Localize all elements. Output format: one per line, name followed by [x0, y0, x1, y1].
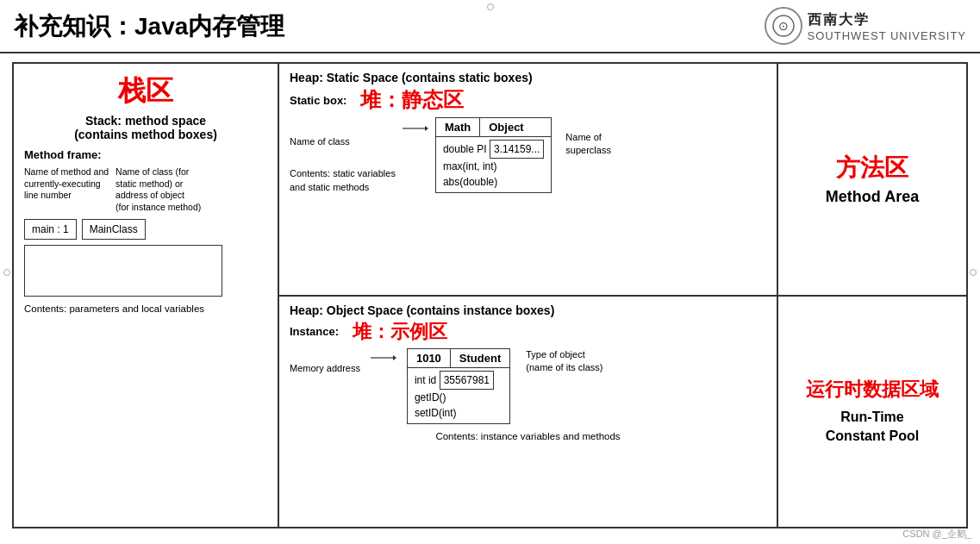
name-of-superclass-label: Name of superclass	[565, 131, 611, 158]
abs-row: abs(double)	[443, 174, 544, 190]
id-value: 35567981	[440, 371, 494, 390]
method-area-panel: 方法区 Method Area	[778, 64, 966, 297]
method-frame-label: Method frame:	[24, 148, 267, 161]
instance-box-header-row: 1010 Student	[407, 348, 510, 368]
instance-box-row: Memory address 1010 Student int id 35567…	[290, 348, 766, 424]
main-box: main : 1	[24, 219, 77, 240]
stack-cn-label: 栈区	[24, 72, 267, 110]
max-row: max(int, int)	[443, 159, 544, 174]
heap-object-panel: Heap: Object Space (contains instance bo…	[279, 297, 777, 528]
annotation1: Name of method and currently-executing l…	[24, 166, 109, 214]
right-panel: 方法区 Method Area 运行时数据区域 Run-Time Constan…	[778, 62, 968, 528]
svg-marker-5	[393, 355, 396, 360]
logo-cn-text: 西南大学	[808, 11, 966, 29]
top-dot	[487, 3, 494, 10]
instance-side-labels: Memory address	[290, 362, 360, 375]
method-boxes: main : 1 MainClass	[24, 219, 267, 240]
heap-static-panel: Heap: Static Space (contains static boxe…	[279, 64, 777, 297]
static-box-row: Name of class Contents: static variables…	[290, 117, 766, 195]
static-box-header-row: Math Object	[435, 117, 552, 137]
static-box-body: double PI 3.14159... max(int, int) abs(d…	[435, 137, 552, 193]
heap-object-cn-label: 堆：示例区	[353, 319, 447, 345]
instance-box-body: int id 35567981 getID() setID(int)	[407, 368, 510, 424]
name-of-class-arrow	[403, 117, 428, 134]
logo-en-text: SOUTHWEST UNIVERSITY	[808, 29, 966, 42]
object-cell: Object	[480, 118, 532, 136]
id-row: int id 35567981	[415, 371, 502, 390]
static-box-label: Static box:	[290, 94, 346, 107]
memory-arrow	[371, 348, 396, 364]
right-dot	[970, 269, 977, 276]
math-cell: Math	[436, 118, 480, 136]
page-title: 补充知识：Java内存管理	[14, 10, 284, 43]
pi-value: 3.14159...	[490, 140, 544, 159]
setid-row: setID(int)	[415, 405, 502, 421]
main-class-box: MainClass	[82, 219, 146, 240]
svg-marker-3	[425, 126, 428, 131]
runtime-pool-panel: 运行时数据区域 Run-Time Constant Pool	[778, 297, 966, 528]
stack-panel: 栈区 Stack: method space (contains method …	[12, 62, 279, 528]
heap-static-cn-label: 堆：静态区	[360, 86, 464, 114]
instance-label: Instance:	[290, 325, 339, 338]
static-box-side-labels: Name of class Contents: static variables…	[290, 134, 396, 195]
annotation2: Name of class (for static method) or add…	[115, 166, 201, 214]
method-annotations: Name of method and currently-executing l…	[24, 166, 267, 214]
svg-text:⊙: ⊙	[778, 19, 789, 33]
stack-contents-label: Contents: parameters and local variables	[24, 303, 267, 314]
contents-static-label: Contents: static variables and static me…	[290, 166, 396, 195]
name-of-class-label: Name of class	[290, 134, 396, 149]
getid-row: getID()	[415, 390, 502, 405]
memory-address-label: Memory address	[290, 362, 360, 375]
pi-row: double PI 3.14159...	[443, 140, 544, 159]
main-content: 栈区 Stack: method space (contains method …	[0, 53, 980, 537]
large-method-box	[24, 245, 222, 297]
logo: ⊙ 西南大学 SOUTHWEST UNIVERSITY	[765, 7, 966, 47]
heap-panel: Heap: Static Space (contains static boxe…	[279, 62, 778, 528]
logo-icon: ⊙	[765, 7, 802, 45]
method-area-en-label: Method Area	[826, 188, 919, 206]
type-of-object-label: Type of object (name of its class)	[526, 348, 602, 375]
runtime-en-label: Run-Time Constant Pool	[826, 408, 919, 447]
method-area-cn-label: 方法区	[836, 152, 908, 184]
instance-contents-label: Contents: instance variables and methods	[290, 431, 766, 441]
heap-object-title: Heap: Object Space (contains instance bo…	[290, 303, 766, 317]
static-box: Math Object double PI 3.14159... max(int…	[435, 117, 552, 193]
addr-cell: 1010	[408, 349, 451, 367]
heap-static-title: Heap: Static Space (contains static boxe…	[290, 71, 766, 84]
class-cell: Student	[451, 349, 509, 367]
instance-box: 1010 Student int id 35567981 getID() set…	[407, 348, 510, 424]
runtime-cn-label: 运行时数据区域	[806, 377, 939, 403]
stack-en-label: Stack: method space (contains method box…	[24, 114, 267, 141]
csdn-label: CSDN @_企鹅_	[902, 528, 971, 541]
left-dot	[3, 269, 10, 276]
